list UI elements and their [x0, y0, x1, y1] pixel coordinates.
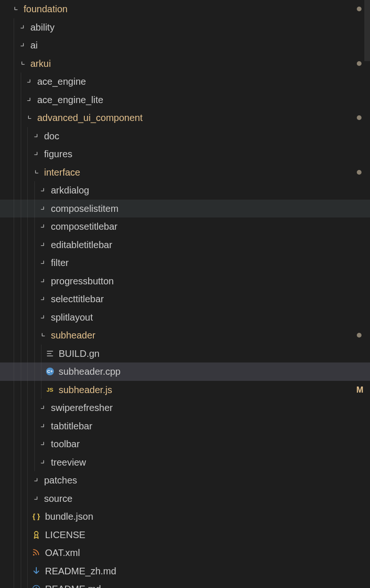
tree-item-label: filter	[51, 258, 69, 267]
chevron-right-icon[interactable]	[38, 294, 48, 304]
modified-dot-icon	[357, 115, 362, 120]
chevron-right-icon[interactable]	[24, 76, 34, 87]
tree-row-ai[interactable]: ai	[0, 36, 370, 55]
chevron-right-icon[interactable]	[31, 131, 41, 141]
tree-row-readme-md[interactable]: README.md	[0, 580, 370, 588]
tree-row-subheader-js[interactable]: JSsubheader.jsM	[0, 381, 370, 399]
tree-item-label: splitlayout	[51, 313, 93, 322]
modified-badge: M	[356, 385, 363, 395]
tree-item-label: tabtitlebar	[51, 421, 92, 431]
chevron-right-icon[interactable]	[38, 276, 48, 286]
tree-row-subheader[interactable]: subheader	[0, 326, 370, 345]
chevron-right-icon[interactable]	[31, 149, 41, 159]
tree-row-build-gn[interactable]: BUILD.gn	[0, 345, 370, 363]
tree-row-splitlayout[interactable]: splitlayout	[0, 308, 370, 327]
tree-row-toolbar[interactable]: toolbar	[0, 435, 370, 453]
tree-row-source[interactable]: source	[0, 490, 370, 508]
tree-row-arkui[interactable]: arkui	[0, 55, 370, 73]
svg-text:C+: C+	[47, 370, 53, 374]
js-icon: JS	[45, 385, 55, 395]
chevron-right-icon[interactable]	[38, 203, 48, 214]
chevron-right-icon[interactable]	[31, 493, 41, 504]
tree-row-subheader-cpp[interactable]: C+subheader.cpp	[0, 362, 370, 381]
tree-item-label: patches	[44, 475, 77, 485]
info-icon	[31, 584, 41, 588]
tree-item-label: composetitlebar	[51, 222, 117, 231]
tree-item-label: subheader.cpp	[59, 367, 121, 376]
tree-row-composetitlebar[interactable]: composetitlebar	[0, 217, 370, 236]
tree-item-label: subheader.js	[59, 385, 112, 395]
modified-dot-icon	[357, 170, 362, 175]
tree-item-label: treeview	[51, 458, 86, 467]
tree-item-label: source	[44, 494, 73, 503]
license-icon	[31, 530, 41, 540]
chevron-down-icon[interactable]	[17, 58, 28, 69]
tree-item-label: bundle.json	[45, 512, 93, 521]
chevron-down-icon[interactable]	[38, 330, 48, 340]
md-icon	[31, 566, 41, 576]
tree-row-interface[interactable]: interface	[0, 163, 370, 182]
tree-row-arkdialog[interactable]: arkdialog	[0, 181, 370, 200]
chevron-right-icon[interactable]	[17, 22, 28, 32]
chevron-right-icon[interactable]	[17, 40, 28, 50]
chevron-right-icon[interactable]	[38, 439, 48, 449]
chevron-right-icon[interactable]	[38, 221, 48, 232]
tree-item-label: swiperefresher	[51, 403, 113, 412]
tree-item-label: ace_engine_lite	[37, 95, 103, 105]
tree-item-label: progressbutton	[51, 276, 114, 286]
tree-row-ace-engine-lite[interactable]: ace_engine_lite	[0, 91, 370, 109]
chevron-down-icon[interactable]	[31, 167, 41, 177]
tree-row-tabtitlebar[interactable]: tabtitlebar	[0, 417, 370, 435]
tree-row-advanced-ui-component[interactable]: advanced_ui_component	[0, 109, 370, 127]
tree-item-label: ai	[31, 40, 38, 50]
chevron-right-icon[interactable]	[31, 475, 41, 485]
tree-row-selecttitlebar[interactable]: selecttitlebar	[0, 290, 370, 308]
tree-row-progressbutton[interactable]: progressbutton	[0, 272, 370, 290]
tree-row-license[interactable]: LICENSE	[0, 526, 370, 544]
tree-row-bundle-json[interactable]: { }bundle.json	[0, 507, 370, 526]
tree-item-label: toolbar	[51, 439, 80, 449]
chevron-right-icon[interactable]	[24, 95, 34, 105]
chevron-right-icon[interactable]	[38, 185, 48, 195]
chevron-right-icon[interactable]	[38, 312, 48, 322]
tree-item-label: README.md	[45, 584, 101, 588]
tree-item-label: LICENSE	[45, 530, 86, 540]
chevron-right-icon[interactable]	[38, 258, 48, 268]
tree-row-patches[interactable]: patches	[0, 471, 370, 490]
tree-row-foundation[interactable]: foundation	[0, 0, 370, 18]
chevron-right-icon[interactable]	[38, 421, 48, 431]
tree-row-oat-xml[interactable]: OAT.xml	[0, 544, 370, 562]
tree-row-ability[interactable]: ability	[0, 18, 370, 37]
json-icon: { }	[31, 511, 41, 522]
tree-item-label: figures	[44, 149, 73, 159]
tree-item-label: README_zh.md	[45, 566, 116, 576]
tree-row-figures[interactable]: figures	[0, 145, 370, 163]
tree-item-label: BUILD.gn	[59, 349, 100, 358]
tree-row-ace-engine[interactable]: ace_engine	[0, 72, 370, 91]
tree-row-doc[interactable]: doc	[0, 127, 370, 145]
tree-row-readme-zh-md[interactable]: README_zh.md	[0, 562, 370, 580]
tree-row-editabletitlebar[interactable]: editabletitlebar	[0, 236, 370, 254]
svg-text:{ }: { }	[33, 512, 40, 520]
tree-row-composelistitem[interactable]: composelistitem	[0, 200, 370, 218]
tree-row-swiperefresher[interactable]: swiperefresher	[0, 399, 370, 417]
lines-icon	[45, 348, 55, 359]
modified-dot-icon	[357, 61, 362, 66]
chevron-right-icon[interactable]	[38, 240, 48, 250]
file-explorer-tree[interactable]: foundationabilityaiarkuiace_engineace_en…	[0, 0, 370, 588]
tree-item-label: composelistitem	[51, 204, 118, 213]
tree-item-label: selecttitlebar	[51, 294, 104, 304]
tree-item-label: advanced_ui_component	[37, 113, 143, 122]
tree-item-label: ability	[31, 23, 55, 32]
modified-dot-icon	[357, 333, 362, 338]
chevron-right-icon[interactable]	[38, 403, 48, 413]
svg-text:JS: JS	[46, 387, 53, 393]
chevron-down-icon[interactable]	[10, 4, 21, 14]
tree-row-filter[interactable]: filter	[0, 254, 370, 272]
tree-row-treeview[interactable]: treeview	[0, 453, 370, 472]
chevron-down-icon[interactable]	[24, 113, 34, 123]
tree-item-label: OAT.xml	[45, 548, 80, 557]
svg-point-8	[33, 554, 34, 556]
chevron-right-icon[interactable]	[38, 457, 48, 467]
tree-item-label: ace_engine	[37, 77, 86, 86]
